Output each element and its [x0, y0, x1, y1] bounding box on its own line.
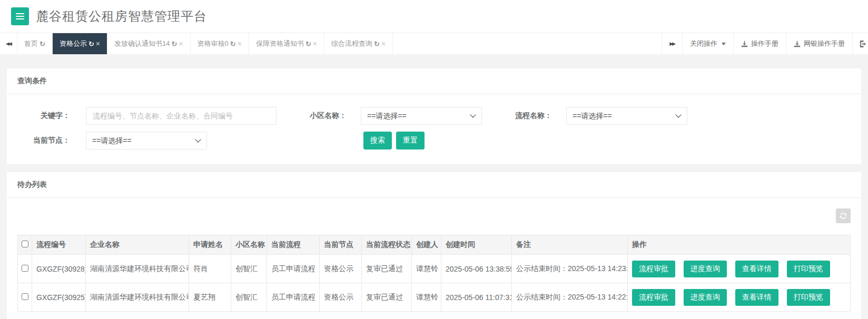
cell-node: 资格公示	[320, 283, 362, 312]
tab-guarantee-notice[interactable]: 保障资格通知书 ↻ ×	[249, 33, 324, 54]
col-creator: 创建人	[412, 235, 441, 255]
view-detail-button[interactable]: 查看详情	[735, 261, 778, 277]
current-node-select[interactable]: ==请选择==	[86, 132, 207, 149]
refresh-icon[interactable]: ↻	[171, 40, 177, 48]
bank-manual-label: 网银操作手册	[804, 39, 845, 48]
community-select[interactable]: ==请选择==	[361, 107, 482, 125]
tabs-scroll-left-icon[interactable]: ◀◀	[0, 33, 17, 54]
col-code: 流程编号	[32, 235, 86, 255]
current-node-select-wrap: ==请选择==	[86, 132, 207, 149]
query-panel-title: 查询条件	[7, 68, 861, 94]
flow-approve-button[interactable]: 流程审批	[632, 261, 675, 277]
cell-node: 资格公示	[320, 255, 362, 283]
search-button[interactable]: 搜索	[363, 132, 392, 149]
chevron-down-icon	[722, 43, 726, 45]
tab-flow-query[interactable]: 综合流程查询 ↻ ×	[324, 33, 393, 54]
community-label: 小区名称：	[277, 111, 361, 121]
cell-operation: 流程审批 进度查询 查看详情 打印预览	[628, 283, 851, 312]
col-company: 企业名称	[86, 235, 189, 255]
row-checkbox[interactable]	[22, 265, 28, 272]
bank-manual-button[interactable]: 网银操作手册	[786, 33, 852, 54]
current-node-label: 当前节点：	[17, 136, 86, 145]
refresh-icon	[840, 212, 847, 220]
col-status: 当前流程状态	[362, 235, 412, 255]
tab-qualification-review[interactable]: 资格审核0 ↻ ×	[191, 33, 249, 54]
refresh-icon[interactable]: ↻	[374, 40, 380, 48]
col-applicant: 申请姓名	[189, 235, 231, 255]
cell-company: 湖南清源华建环境科技有限公司	[86, 283, 189, 312]
table-refresh-button[interactable]	[836, 208, 851, 223]
col-created: 创建时间	[441, 235, 512, 255]
tab-label: 首页	[24, 39, 38, 48]
tab-bar: ◀◀ 首页 ↻ 资格公示 ↻ × 发放确认通知书14 ↻ × 资格审核0 ↻ ×…	[0, 33, 868, 54]
col-remark: 备注	[512, 235, 628, 255]
app-header: 麓谷租赁公租房智慧管理平台	[0, 0, 868, 33]
query-form: 关键字： 小区名称： ==请选择== 流程名称： ==请选择== 当前节点：	[7, 94, 861, 164]
tabs-scroll-right-icon[interactable]: ▶▶	[662, 33, 682, 54]
flow-name-select-wrap: ==请选择==	[566, 107, 687, 125]
close-operations-dropdown[interactable]: 关闭操作	[682, 33, 733, 54]
col-community: 小区名称	[231, 235, 267, 255]
cell-community: 创智汇	[231, 283, 267, 312]
close-icon[interactable]: ×	[313, 40, 317, 47]
tab-issue-confirm-notice[interactable]: 发放确认通知书14 ↻ ×	[107, 33, 191, 54]
sign-out-icon[interactable]	[852, 33, 868, 54]
query-form-row-1: 关键字： 小区名称： ==请选择== 流程名称： ==请选择==	[17, 107, 851, 125]
tabbar-right-controls: ▶▶ 关闭操作 操作手册 网银操作手册	[662, 33, 868, 54]
reset-button[interactable]: 重置	[396, 132, 425, 149]
cell-code: GXGZF(30925)	[32, 283, 86, 312]
tab-label: 资格审核0	[198, 39, 229, 48]
print-preview-button[interactable]: 打印预览	[787, 289, 830, 306]
tab-label: 发放确认通知书14	[114, 39, 170, 48]
cell-creator: 谭慧铃	[412, 283, 441, 312]
table-toolbar	[17, 208, 851, 223]
refresh-icon[interactable]: ↻	[88, 40, 94, 48]
refresh-icon[interactable]: ↻	[305, 40, 311, 48]
keyword-label: 关键字：	[17, 111, 86, 121]
progress-query-button[interactable]: 进度查询	[684, 261, 727, 277]
cell-flow: 员工申请流程	[267, 283, 320, 312]
operation-manual-label: 操作手册	[751, 39, 778, 48]
refresh-icon[interactable]: ↻	[40, 40, 45, 48]
query-conditions-panel: 查询条件 关键字： 小区名称： ==请选择== 流程名称： ==请选择== 当前…	[7, 68, 861, 164]
tab-label: 保障资格通知书	[256, 39, 304, 48]
todo-table: 流程编号 企业名称 申请姓名 小区名称 当前流程 当前节点 当前流程状态 创建人…	[17, 235, 851, 312]
download-icon	[794, 41, 801, 47]
table-header-row: 流程编号 企业名称 申请姓名 小区名称 当前流程 当前节点 当前流程状态 创建人…	[18, 235, 851, 255]
download-icon	[741, 41, 748, 47]
todo-list-panel: 待办列表 流程编号 企业名称 申请姓名 小区名称 当前流程 当前节点	[7, 172, 861, 319]
tab-home[interactable]: 首页 ↻	[17, 33, 53, 54]
tab-label: 资格公示	[60, 39, 87, 48]
tab-label: 综合流程查询	[331, 39, 372, 48]
cell-applicant: 夏艺翔	[189, 283, 231, 312]
view-detail-button[interactable]: 查看详情	[735, 289, 778, 306]
row-checkbox[interactable]	[22, 293, 28, 300]
cell-remark: 公示结束时间：2025-05-13 14:23:48	[512, 255, 628, 283]
col-operation: 操作	[628, 235, 851, 255]
cell-community: 创智汇	[231, 255, 267, 283]
close-icon[interactable]: ×	[381, 40, 386, 47]
cell-created: 2025-05-06 13:38:59	[441, 255, 512, 283]
refresh-icon[interactable]: ↻	[230, 40, 236, 48]
hamburger-menu-icon[interactable]	[11, 7, 29, 25]
tab-qualification-publicity[interactable]: 资格公示 ↻ ×	[53, 33, 107, 54]
todo-panel-body: 流程编号 企业名称 申请姓名 小区名称 当前流程 当前节点 当前流程状态 创建人…	[7, 198, 861, 319]
table-row: GXGZF(30928) 湖南清源华建环境科技有限公司 符肖 创智汇 员工申请流…	[18, 255, 851, 283]
flow-approve-button[interactable]: 流程审批	[632, 289, 675, 306]
keyword-input[interactable]	[86, 107, 277, 125]
print-preview-button[interactable]: 打印预览	[787, 261, 830, 277]
operation-manual-button[interactable]: 操作手册	[733, 33, 786, 54]
close-icon[interactable]: ×	[238, 40, 242, 47]
close-icon[interactable]: ×	[96, 40, 100, 47]
close-icon[interactable]: ×	[179, 40, 183, 47]
cell-remark: 公示结束时间：2025-05-13 14:22:55	[512, 283, 628, 312]
cell-operation: 流程审批 进度查询 查看详情 打印预览	[628, 255, 851, 283]
select-all-checkbox[interactable]	[22, 241, 28, 247]
cell-status: 复审已通过	[362, 283, 412, 312]
cell-flow: 员工申请流程	[267, 255, 320, 283]
flow-name-label: 流程名称：	[482, 111, 566, 121]
flow-name-select[interactable]: ==请选择==	[566, 107, 687, 125]
progress-query-button[interactable]: 进度查询	[684, 289, 727, 306]
col-node: 当前节点	[320, 235, 362, 255]
table-row: GXGZF(30925) 湖南清源华建环境科技有限公司 夏艺翔 创智汇 员工申请…	[18, 283, 851, 312]
